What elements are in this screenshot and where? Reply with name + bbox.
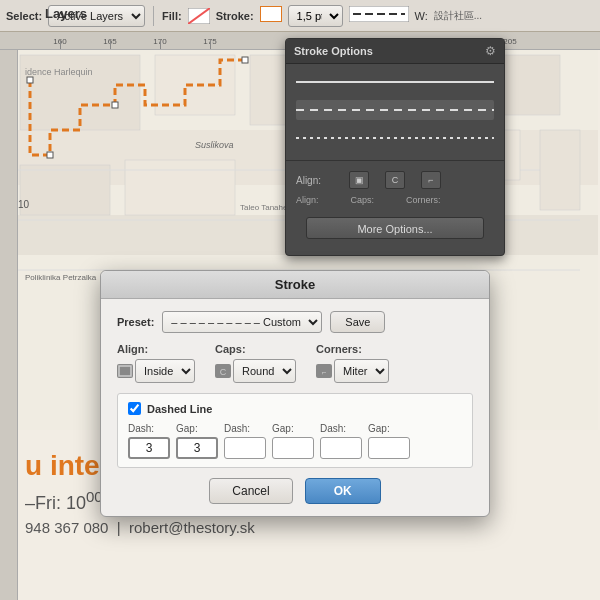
align-select[interactable]: Inside xyxy=(135,359,195,383)
fill-box[interactable] xyxy=(188,8,210,24)
w-value: 設計社區... xyxy=(434,9,482,23)
dash-input-1[interactable] xyxy=(128,437,170,459)
gap-input-2[interactable] xyxy=(272,437,314,459)
stroke-color-box[interactable] xyxy=(260,6,282,25)
preset-select[interactable]: – – – – – – – – – – Custom xyxy=(162,311,322,333)
anchor-point xyxy=(112,102,118,108)
align-col: Align: Inside xyxy=(117,343,195,383)
dashed-line-checkbox[interactable] xyxy=(128,402,141,415)
more-options-button[interactable]: More Options... xyxy=(306,217,484,239)
gap-col-1: Gap: xyxy=(176,423,218,459)
dialog-body: Preset: – – – – – – – – – – Custom Save … xyxy=(101,299,489,516)
separator: | xyxy=(117,519,121,536)
gear-icon[interactable]: ⚙ xyxy=(485,44,496,58)
phone-number: 948 367 080 xyxy=(25,519,108,536)
svg-rect-15 xyxy=(540,130,580,210)
solid-line-preview xyxy=(296,81,494,83)
w-label: W: xyxy=(415,10,428,22)
stroke-line-solid-item[interactable] xyxy=(296,72,494,92)
corners-miter-icon: ⌐ xyxy=(316,364,332,378)
fill-label: Fill: xyxy=(162,10,182,22)
dashed-checkbox-row: Dashed Line xyxy=(128,402,462,415)
dialog-title: Stroke xyxy=(275,277,315,292)
dashed-line-section: Dashed Line Dash: Gap: Dash: xyxy=(117,393,473,468)
hours-prefix: –Fri: 10 xyxy=(25,493,86,513)
ruler-tick xyxy=(160,41,161,49)
gap-input-3[interactable] xyxy=(368,437,410,459)
street-label2: Poliklinika Petrzalka xyxy=(25,273,97,282)
dialog-titlebar: Stroke xyxy=(101,271,489,299)
caps-col: Caps: C Round xyxy=(215,343,296,383)
panel-align-sublabel: Align: xyxy=(296,195,319,205)
street-label: Suslikova xyxy=(195,140,234,150)
align-label: Align: xyxy=(296,175,341,186)
dotted-line-preview xyxy=(296,137,494,139)
preset-label: Preset: xyxy=(117,316,154,328)
stroke-line-samples xyxy=(286,64,504,156)
dash-label-3: Dash: xyxy=(320,423,362,434)
gap-col-3: Gap: xyxy=(368,423,410,459)
svg-text:C: C xyxy=(220,367,227,377)
dash-pattern-box[interactable] xyxy=(349,6,409,25)
panel-corners-sublabel: Corners: xyxy=(406,195,441,205)
gap-input-1[interactable] xyxy=(176,437,218,459)
anchor-point xyxy=(27,77,33,83)
main-toolbar: Select: Active Layers Fill: Stroke: 1,5 … xyxy=(0,0,600,32)
panel-header: Stroke Options ⚙ xyxy=(286,39,504,64)
toolbar-separator-1 xyxy=(153,6,154,26)
caps-round-icon[interactable]: C xyxy=(385,171,405,189)
corners-icon[interactable]: ⌐ xyxy=(421,171,441,189)
stroke-width-select[interactable]: 1,5 pt xyxy=(288,5,343,27)
dashed-line-label: Dashed Line xyxy=(147,403,212,415)
panel-divider xyxy=(286,160,504,161)
corners-select[interactable]: Miter xyxy=(334,359,389,383)
ruler-tick xyxy=(210,41,211,49)
anchor-point xyxy=(242,57,248,63)
ruler-tick xyxy=(110,41,111,49)
layers-panel-title: Layers xyxy=(45,6,87,21)
stroke-line-dotted-item[interactable] xyxy=(296,128,494,148)
preset-row: Preset: – – – – – – – – – – Custom Save xyxy=(117,311,473,333)
align-col-label: Align: xyxy=(117,343,195,355)
corners-col-label: Corners: xyxy=(316,343,389,355)
dash-label-2: Dash: xyxy=(224,423,266,434)
route-number: 10 xyxy=(18,199,30,210)
svg-text:⌐: ⌐ xyxy=(322,368,327,377)
stroke-label: Stroke: xyxy=(216,10,254,22)
svg-rect-8 xyxy=(125,160,235,215)
dash-label-1: Dash: xyxy=(128,423,170,434)
stroke-line-dashed-item[interactable] xyxy=(296,100,494,120)
align-inside-icon xyxy=(117,364,133,378)
stroke-dialog: Stroke Preset: – – – – – – – – – – Custo… xyxy=(100,270,490,517)
dash-col-3: Dash: xyxy=(320,423,362,459)
gap-label-2: Gap: xyxy=(272,423,314,434)
contact-text: 948 367 080 | robert@thestory.sk xyxy=(25,519,575,536)
dash-input-2[interactable] xyxy=(224,437,266,459)
anchor-point xyxy=(47,152,53,158)
stroke-icon xyxy=(260,6,282,22)
ok-button[interactable]: OK xyxy=(305,478,381,504)
align-caps-corners-section: Align: Inside Caps: C xyxy=(117,343,473,383)
align-center-icon[interactable]: ▣ xyxy=(349,171,369,189)
caps-select[interactable]: Round xyxy=(233,359,296,383)
save-button[interactable]: Save xyxy=(330,311,385,333)
ruler-tick xyxy=(60,41,61,49)
area-label: Taleo Tanahe xyxy=(240,203,288,212)
ruler-vertical xyxy=(0,50,18,600)
caps-round-icon: C xyxy=(215,364,231,378)
corners-col: Corners: ⌐ Miter xyxy=(316,343,389,383)
dialog-button-row: Cancel OK xyxy=(117,478,473,504)
dash-pattern-icon xyxy=(349,6,409,22)
dash-col-2: Dash: xyxy=(224,423,266,459)
caps-col-label: Caps: xyxy=(215,343,296,355)
dash-col-1: Dash: xyxy=(128,423,170,459)
svg-rect-7 xyxy=(20,165,110,215)
fill-icon xyxy=(188,8,210,24)
dash-gap-inputs-row: Dash: Gap: Dash: Gap: xyxy=(128,423,462,459)
stroke-options-panel: Stroke Options ⚙ Align: ▣ C ⌐ Align: Cap… xyxy=(285,38,505,256)
cancel-button[interactable]: Cancel xyxy=(209,478,292,504)
dash-input-3[interactable] xyxy=(320,437,362,459)
gap-label-1: Gap: xyxy=(176,423,218,434)
panel-align-row: Align: ▣ C ⌐ xyxy=(286,165,504,195)
panel-title: Stroke Options xyxy=(294,45,373,57)
